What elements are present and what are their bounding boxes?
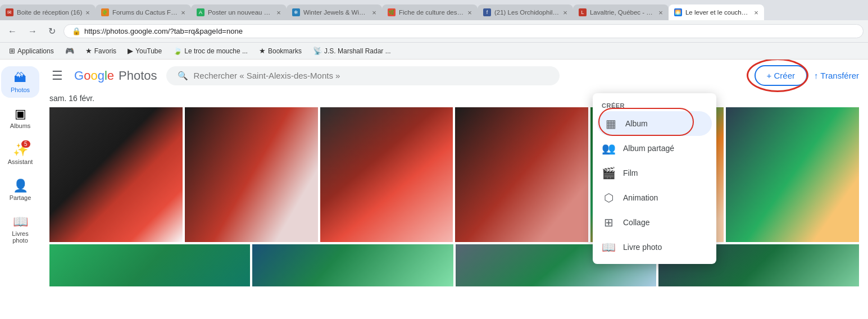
tab-favicon: 🌅 [674,8,682,16]
forward-button[interactable]: → [25,24,40,39]
photo-thumb[interactable] [726,107,859,242]
tab-bar: ✉Boite de réception (16)×🌵Forums du Cact… [0,0,868,20]
nav-bar: ← → ↻ 🔒 https://photos.google.com/?tab=r… [0,20,868,43]
reload-button[interactable]: ↻ [45,24,59,39]
dropdown-icon-animation: ⬡ [602,191,615,204]
sidebar-item-livres[interactable]: 📖Livres photo [1,210,39,248]
photo-thumb[interactable] [49,107,183,242]
sidebar-item-albums[interactable]: ▣Albums [1,102,39,134]
dropdown-item-album[interactable]: ▦Album [597,111,712,136]
tab-title: Lavaltrie, Québec - Pré... [590,9,655,16]
tab-close-icon[interactable]: × [276,8,281,17]
sidebar-icon-wrap: 👤 [13,179,28,193]
tab-close-icon[interactable]: × [754,8,758,17]
dropdown-item-livre[interactable]: 📖Livre photo [593,235,716,259]
create-dropdown-menu: CRÉER ▦Album👥Album partagé🎬Film⬡Animatio… [593,93,716,264]
photo-thumb[interactable] [185,107,318,242]
tab-favicon: L [579,8,587,16]
bookmark-item-le-troc-de-mouche-[interactable]: 🍃Le troc de mouche ... [169,45,252,56]
bookmark-label: Favoris [94,47,116,55]
logo-letter-e: e [107,69,114,83]
sidebar-icon-wrap: 📖 [13,215,28,229]
logo-letter-o2: o [90,69,97,83]
sidebar-icon-partage: 👤 [13,179,28,193]
logo-letter-g: G [74,69,84,83]
dropdown-label-album-partage: Album partagé [623,144,674,153]
photo-grid: sam. 16 févr. [40,92,868,319]
dropdown-item-collage[interactable]: ⊞Collage [593,210,716,235]
bookmark-label: Le troc de mouche ... [184,47,248,55]
photo-thumb-small[interactable] [252,244,453,286]
dropdown-icon-album: ▦ [604,117,617,130]
sidebar-item-partage[interactable]: 👤Partage [1,174,39,206]
bookmark-item-bookmarks[interactable]: ★Bookmarks [255,45,306,56]
create-button[interactable]: + Créer [755,65,807,86]
browser-tab-tab8[interactable]: 🌅Le lever et le coucher d...× [669,4,764,20]
bookmark-icon: ▶ [128,47,133,55]
bookmark-item-js-marshall-radar-[interactable]: 📡J.S. Marshall Radar ... [308,45,396,56]
photo-thumb-small[interactable] [49,244,250,286]
bookmark-icon: ⊞ [9,47,15,55]
logo-letter-g2: g [98,69,104,83]
tab-close-icon[interactable]: × [563,8,567,17]
bookmark-label: Bookmarks [268,47,302,55]
sidebar-icon-livres: 📖 [13,215,28,229]
photo-row-1 [49,107,859,242]
main-content: ☰ Google Photos 🔍 Rechercher « Saint-Ale… [40,60,868,319]
browser-tab-tab6[interactable]: f(21) Les Orchidophiles...× [478,4,573,20]
sidebar-icon-wrap: ✨5 [13,143,28,157]
tab-title: (21) Les Orchidophiles... [494,9,560,16]
dropdown-item-animation[interactable]: ⬡Animation [593,185,716,210]
sidebar-item-assistant[interactable]: ✨5Assistant [1,138,39,170]
bookmark-icon: ★ [85,47,92,55]
dropdown-item-film[interactable]: 🎬Film [593,161,716,185]
search-icon: 🔍 [178,71,188,81]
dropdown-item-album-partage[interactable]: 👥Album partagé [593,136,716,161]
tab-close-icon[interactable]: × [85,8,90,17]
dropdown-label-livre: Livre photo [623,243,662,252]
search-placeholder: Rechercher « Saint-Alexis-des-Monts » [194,71,340,80]
sidebar-item-photos[interactable]: 🏔Photos [1,66,39,98]
tab-favicon: ❄ [292,8,300,16]
transfer-button[interactable]: ↑ Transférer [814,71,859,80]
tab-favicon: 🌿 [388,8,396,16]
sidebar-badge-assistant: 5 [21,140,30,148]
browser-tab-tab4[interactable]: ❄Winter Jewels & Winte...× [287,4,382,20]
bookmark-label: YouTube [135,47,162,55]
back-button[interactable]: ← [4,24,20,39]
browser-tab-tab2[interactable]: 🌵Forums du Cactus Fran...× [96,4,191,20]
bookmark-item-[interactable]: 🎮 [61,45,79,56]
bookmark-icon: 🎮 [65,47,74,55]
browser-tab-tab3[interactable]: APoster un nouveau suje...× [191,4,287,20]
dropdown-icon-album-partage: 👥 [602,142,615,155]
tab-close-icon[interactable]: × [372,8,376,17]
tab-close-icon[interactable]: × [658,8,663,17]
bookmark-item-youtube[interactable]: ▶YouTube [123,45,166,56]
search-bar[interactable]: 🔍 Rechercher « Saint-Alexis-des-Monts » [166,66,560,85]
bookmark-icon: 📡 [313,47,322,55]
dropdown-label-collage: Collage [623,218,649,227]
photo-thumb[interactable] [320,107,453,242]
dropdown-label-album: Album [625,119,648,128]
tab-title: Forums du Cactus Fran... [112,9,178,16]
address-bar[interactable]: 🔒 https://photos.google.com/?tab=rq&page… [63,24,864,38]
browser-tab-tab5[interactable]: 🌿Fiche de culture des or...× [382,4,478,20]
photo-thumb[interactable] [455,107,588,242]
sidebar-icon-albums: ▣ [15,107,26,121]
album-highlight-wrap: ▦Album [604,117,648,130]
tab-favicon: ✉ [6,8,13,16]
photo-row-2 [49,244,859,286]
sidebar-icon-wrap: 🏔 [14,71,26,85]
sidebar-icon-photos: 🏔 [14,71,26,85]
bookmark-item-favoris[interactable]: ★Favoris [81,45,121,56]
browser-tab-tab1[interactable]: ✉Boite de réception (16)× [0,4,96,20]
sidebar: 🏔Photos▣Albums✨5Assistant👤Partage📖Livres… [0,60,40,319]
bookmark-icon: 🍃 [173,47,182,55]
browser-tab-tab7[interactable]: LLavaltrie, Québec - Pré...× [573,4,669,20]
tab-close-icon[interactable]: × [181,8,185,17]
bookmark-item-applications[interactable]: ⊞Applications [4,45,58,56]
tab-close-icon[interactable]: × [467,8,472,17]
dropdown-label-film: Film [623,168,638,177]
hamburger-menu[interactable]: ☰ [49,66,65,85]
sidebar-label-photos: Photos [11,86,30,93]
